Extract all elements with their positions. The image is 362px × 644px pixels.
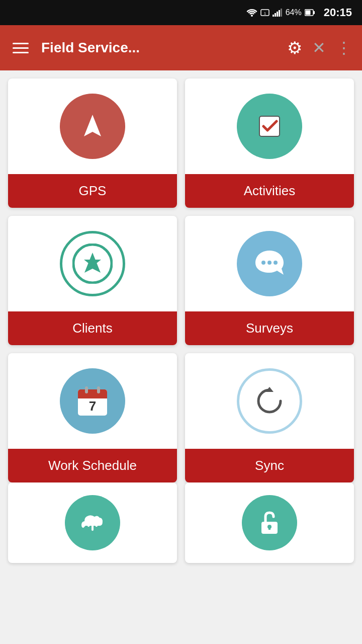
surveys-label: Surveys — [185, 311, 354, 345]
clients-icon-area — [8, 216, 177, 311]
clients-icon-circle — [60, 231, 125, 296]
svg-rect-29 — [268, 527, 270, 530]
activities-icon-circle — [237, 94, 302, 159]
svg-rect-22 — [85, 386, 88, 393]
toolbar-icons: ⚙ ✕ ⋮ — [287, 38, 352, 58]
svg-rect-6 — [279, 10, 280, 17]
surveys-icon-area — [185, 216, 354, 311]
sync-icon — [251, 383, 288, 419]
gps-icon-circle — [60, 94, 125, 159]
clients-icon — [72, 244, 113, 284]
menu-button[interactable] — [10, 40, 31, 56]
surveys-icon — [251, 246, 288, 282]
svg-rect-21 — [78, 394, 107, 398]
sync-icon-circle — [237, 368, 302, 434]
sync-card[interactable]: Sync — [185, 353, 354, 482]
app-title: Field Service... — [41, 40, 277, 56]
work-schedule-label: Work Schedule — [8, 449, 177, 482]
upload-icon — [77, 508, 108, 538]
svg-point-18 — [274, 261, 278, 265]
svg-marker-11 — [84, 115, 101, 136]
battery-icon — [305, 9, 315, 16]
lock-icon — [254, 508, 285, 538]
gps-icon-area — [8, 78, 177, 174]
svg-point-0 — [251, 15, 253, 17]
upload-icon-circle — [65, 495, 120, 550]
sync-label: Sync — [185, 449, 354, 482]
upload-card[interactable] — [8, 482, 177, 563]
sim-icon: 1 — [260, 9, 269, 17]
more-options-icon[interactable]: ⋮ — [336, 38, 352, 57]
gps-label: GPS — [8, 174, 177, 208]
svg-rect-3 — [273, 15, 274, 17]
work-schedule-icon-circle: 7 — [60, 368, 125, 434]
gps-icon — [75, 109, 110, 144]
svg-rect-10 — [305, 11, 310, 15]
surveys-icon-circle — [237, 231, 302, 296]
work-schedule-icon-area: 7 — [8, 353, 177, 449]
svg-rect-9 — [313, 11, 315, 14]
main-grid: GPS Activities — [0, 70, 362, 491]
clients-card[interactable]: Clients — [8, 216, 177, 345]
lock-card[interactable] — [185, 482, 354, 563]
svg-point-17 — [267, 261, 272, 265]
svg-rect-7 — [281, 9, 282, 17]
svg-point-16 — [261, 261, 265, 265]
status-icons: 1 64% — [246, 8, 315, 17]
bottom-partial-grid — [0, 482, 362, 571]
gps-card[interactable]: GPS — [8, 78, 177, 208]
calendar-icon: 7 — [72, 380, 113, 422]
app-bar: Field Service... ⚙ ✕ ⋮ — [0, 25, 362, 70]
surveys-card[interactable]: Surveys — [185, 216, 354, 345]
svg-rect-4 — [275, 13, 276, 17]
signal-icon — [273, 9, 283, 17]
battery-percentage: 64% — [286, 8, 302, 17]
sync-icon-area — [185, 353, 354, 449]
status-bar: 1 64% 20:15 — [0, 0, 362, 25]
lock-icon-area — [185, 482, 354, 563]
svg-rect-23 — [97, 386, 100, 393]
activities-icon — [251, 108, 288, 144]
lock-icon-circle — [242, 495, 297, 550]
close-icon[interactable]: ✕ — [312, 38, 326, 57]
activities-label: Activities — [185, 174, 354, 208]
settings-icon[interactable]: ⚙ — [287, 38, 302, 58]
work-schedule-card[interactable]: 7 Work Schedule — [8, 353, 177, 482]
activities-icon-area — [185, 78, 354, 174]
upload-icon-area — [8, 482, 177, 563]
activities-card[interactable]: Activities — [185, 78, 354, 208]
wifi-icon — [246, 9, 257, 17]
svg-rect-5 — [277, 12, 278, 17]
clients-label: Clients — [8, 311, 177, 345]
svg-text:1: 1 — [263, 11, 266, 16]
status-time: 20:15 — [324, 6, 352, 19]
svg-text:7: 7 — [89, 398, 96, 414]
